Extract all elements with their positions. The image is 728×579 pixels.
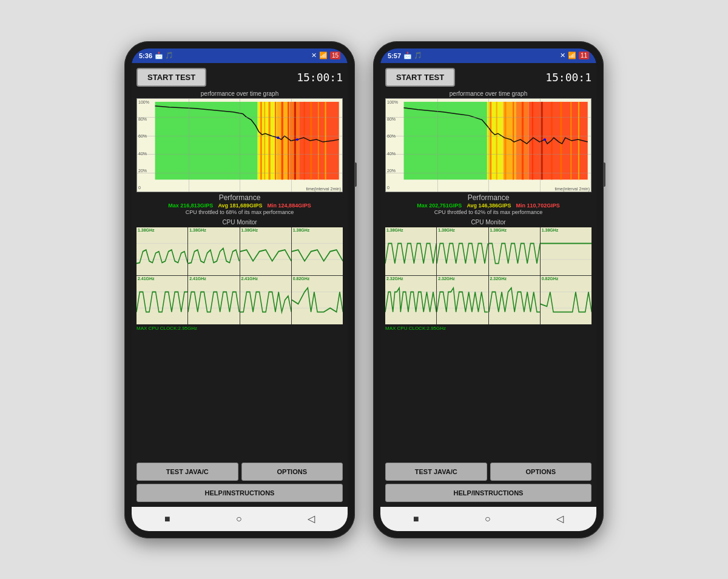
cpu-cell-10: 1.38GHz — [489, 227, 540, 276]
max-clock-1: MAX CPU CLOCK:2.95GHz — [136, 326, 343, 331]
throttle-text-1: CPU throttled to 68% of its max performa… — [136, 209, 343, 215]
svg-rect-42 — [404, 101, 487, 179]
cpu-cell-14: 2.32GHz — [489, 276, 540, 324]
svg-rect-36 — [240, 276, 291, 324]
svg-rect-68 — [541, 227, 592, 276]
status-time-2: 5:57 📩 🎵 — [388, 52, 422, 59]
nav-bar-2: ■ ○ ◁ — [380, 507, 596, 531]
svg-rect-11 — [294, 101, 296, 179]
cpu-cell-1: 1.38GHz — [188, 227, 239, 276]
graph-container-2: 100% 80% 60% 40% 20% 0 time(interval 2mi… — [385, 98, 592, 192]
cpu-title-2: CPU Monitor — [385, 219, 592, 226]
svg-rect-49 — [504, 101, 506, 179]
perf-label-2: Performance — [385, 193, 592, 202]
graph-container-1: 100% 80% 60% 40% 20% 0 time(interval 2mi… — [136, 98, 343, 192]
svg-rect-52 — [532, 101, 533, 179]
cpu-grid-2: 1.38GHz 1.38GHz — [385, 227, 592, 324]
perf-stats-2: Max 202,751GIPS Avg 146,386GIPS Min 110,… — [385, 202, 592, 209]
max-clock-2: MAX CPU CLOCK:2.95GHz — [385, 326, 592, 331]
svg-rect-7 — [269, 101, 271, 179]
svg-rect-48 — [496, 101, 497, 179]
svg-rect-5 — [260, 101, 262, 179]
nav-square-2[interactable]: ■ — [413, 514, 419, 524]
svg-rect-65 — [489, 227, 540, 276]
cpu-cell-11: 1.38GHz — [541, 227, 592, 276]
svg-rect-55 — [560, 101, 562, 179]
svg-rect-71 — [385, 276, 436, 324]
nav-back-2[interactable]: ◁ — [556, 513, 564, 524]
test-javac-button-2[interactable]: TEST JAVA/C — [385, 463, 487, 481]
cpu-cell-9: 1.38GHz — [437, 227, 488, 276]
side-button-1[interactable] — [354, 162, 357, 187]
perf-stats-1: Max 216,813GIPS Avg 181,689GIPS Min 124,… — [136, 202, 343, 209]
graph-title-1: performance over time graph — [136, 90, 343, 97]
cpu-title-1: CPU Monitor — [136, 219, 343, 226]
status-time-1: 5:36 📩 🎵 — [139, 52, 174, 59]
cpu-cell-8: 1.38GHz — [385, 227, 436, 276]
bottom-btns-1: TEST JAVA/C OPTIONS HELP/INSTRUCTIONS — [136, 463, 343, 502]
cpu-cell-0: 1.38GHz — [136, 227, 187, 276]
test-javac-button-1[interactable]: TEST JAVA/C — [136, 463, 238, 481]
svg-rect-57 — [578, 101, 579, 179]
cpu-section-1: CPU Monitor 1.38GHz — [136, 219, 343, 459]
top-bar-2: START TEST 15:00:1 — [385, 68, 592, 87]
cpu-cell-3: 1.38GHz — [292, 227, 343, 276]
nav-back-1[interactable]: ◁ — [308, 513, 315, 524]
options-button-2[interactable]: OPTIONS — [490, 463, 592, 481]
side-button-2[interactable] — [603, 162, 605, 187]
cpu-cell-15: 0.82GHz — [541, 276, 592, 324]
svg-rect-47 — [490, 101, 491, 179]
start-test-button-2[interactable]: START TEST — [385, 68, 455, 87]
cpu-cell-4: 2.41GHz — [136, 276, 187, 324]
svg-rect-6 — [264, 101, 265, 179]
nav-square-1[interactable]: ■ — [164, 514, 170, 524]
svg-rect-9 — [281, 101, 283, 179]
top-bar-1: START TEST 15:00:1 — [136, 68, 343, 87]
svg-rect-12 — [304, 101, 305, 179]
graph-title-2: performance over time graph — [385, 90, 592, 97]
phone-1: 5:36 📩 🎵 ✕ 📶 15 START TEST 15:00:1 — [124, 41, 355, 538]
perf-section-1: performance over time graph — [136, 90, 343, 215]
nav-circle-2[interactable]: ○ — [485, 514, 491, 524]
help-button-2[interactable]: HELP/INSTRUCTIONS — [385, 484, 592, 502]
perf-label-1: Performance — [136, 193, 343, 202]
svg-point-58 — [544, 138, 546, 141]
cpu-grid-1: 1.38GHz 1.38GHz — [136, 227, 343, 324]
cpu-cell-6: 2.41GHz — [240, 276, 291, 324]
nav-circle-1[interactable]: ○ — [236, 514, 242, 524]
svg-point-16 — [277, 136, 279, 139]
cpu-cell-5: 2.41GHz — [188, 276, 239, 324]
throttle-text-2: CPU throttled to 62% of its max performa… — [385, 209, 592, 215]
start-test-button-1[interactable]: START TEST — [136, 68, 206, 87]
timer-1: 15:00:1 — [297, 71, 343, 84]
svg-rect-43 — [487, 101, 503, 179]
help-button-1[interactable]: HELP/INSTRUCTIONS — [136, 484, 343, 502]
nav-bar-1: ■ ○ ◁ — [132, 507, 348, 531]
svg-rect-15 — [325, 101, 326, 179]
timer-2: 15:00:1 — [545, 71, 592, 84]
cpu-cell-12: 2.32GHz — [385, 276, 436, 324]
cpu-cell-7: 0.82GHz — [292, 276, 343, 324]
bottom-btns-2: TEST JAVA/C OPTIONS HELP/INSTRUCTIONS — [385, 463, 592, 502]
options-button-1[interactable]: OPTIONS — [241, 463, 343, 481]
cpu-cell-13: 2.32GHz — [437, 276, 488, 324]
status-bar-2: 5:57 📩 🎵 ✕ 📶 11 — [380, 49, 596, 63]
svg-rect-8 — [275, 101, 276, 179]
cpu-cell-2: 1.38GHz — [240, 227, 291, 276]
svg-point-17 — [296, 138, 298, 141]
svg-rect-39 — [292, 276, 343, 324]
svg-rect-10 — [288, 101, 289, 179]
cpu-section-2: CPU Monitor 1.38GHz — [385, 219, 592, 459]
phone-2: 5:57 📩 🎵 ✕ 📶 11 START TEST 15:00:1 — [373, 41, 604, 538]
perf-section-2: performance over time graph — [385, 90, 592, 215]
status-bar-1: 5:36 📩 🎵 ✕ 📶 15 — [132, 49, 348, 63]
